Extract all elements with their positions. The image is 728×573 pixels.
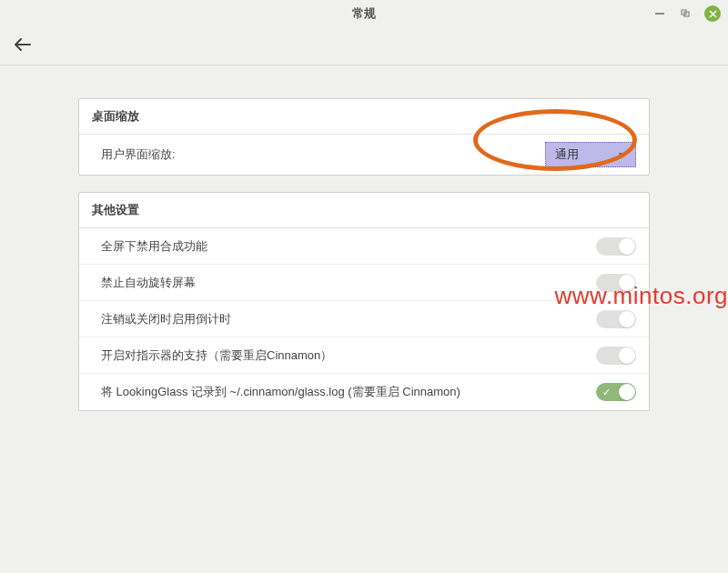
window-controls	[653, 5, 721, 22]
toggle-knob	[619, 347, 635, 364]
row-ui-scaling: 用户界面缩放: 通用 ▼	[79, 135, 649, 175]
content-area: 桌面缩放 用户界面缩放: 通用 ▼ 其他设置 全屏下禁用合成功能 × 禁止自动旋…	[0, 65, 728, 411]
window-title: 常规	[352, 5, 376, 22]
toggle-disable-rotate[interactable]: ×	[596, 274, 636, 292]
row-label: 开启对指示器的支持（需要重启Cinnamon）	[101, 347, 332, 364]
close-button[interactable]	[704, 5, 721, 22]
section-other-settings: 其他设置 全屏下禁用合成功能 × 禁止自动旋转屏幕 × 注销或关闭时启用倒计时 …	[78, 192, 650, 411]
scaling-dropdown[interactable]: 通用 ▼	[545, 142, 636, 167]
toggle-indicator[interactable]: ×	[596, 347, 636, 365]
row-disable-compositing-fullscreen: 全屏下禁用合成功能 ×	[79, 228, 649, 265]
titlebar: 常规	[0, 0, 728, 27]
back-button[interactable]	[15, 38, 31, 55]
minimize-button[interactable]	[653, 7, 666, 20]
row-logout-countdown: 注销或关闭时启用倒计时 ×	[79, 301, 649, 337]
svg-rect-0	[655, 13, 664, 15]
toggle-knob	[619, 384, 635, 400]
row-label: 用户界面缩放:	[101, 146, 176, 163]
toggle-disable-compositing[interactable]: ×	[596, 237, 636, 256]
row-lookingglass-log: 将 LookingGlass 记录到 ~/.cinnamon/glass.log…	[79, 374, 649, 410]
dropdown-value: 通用	[555, 146, 579, 163]
row-label: 注销或关闭时启用倒计时	[101, 311, 231, 327]
check-icon: ✓	[602, 387, 611, 398]
section-header: 桌面缩放	[79, 99, 649, 135]
maximize-button[interactable]	[679, 7, 692, 20]
toggle-knob	[619, 238, 635, 255]
section-desktop-scaling: 桌面缩放 用户界面缩放: 通用 ▼	[78, 98, 650, 176]
toggle-knob	[619, 311, 635, 327]
row-label: 全屏下禁用合成功能	[101, 238, 207, 255]
toggle-knob	[619, 275, 635, 291]
row-label: 禁止自动旋转屏幕	[101, 275, 196, 291]
toggle-countdown[interactable]: ×	[596, 310, 636, 328]
row-label: 将 LookingGlass 记录到 ~/.cinnamon/glass.log…	[101, 384, 460, 400]
row-indicator-support: 开启对指示器的支持（需要重启Cinnamon） ×	[79, 337, 649, 374]
toolbar	[0, 27, 728, 65]
section-header: 其他设置	[79, 193, 649, 228]
toggle-lookingglass[interactable]: ✓	[596, 383, 636, 401]
row-disable-auto-rotate: 禁止自动旋转屏幕 ×	[79, 265, 649, 301]
chevron-down-icon: ▼	[617, 150, 626, 160]
